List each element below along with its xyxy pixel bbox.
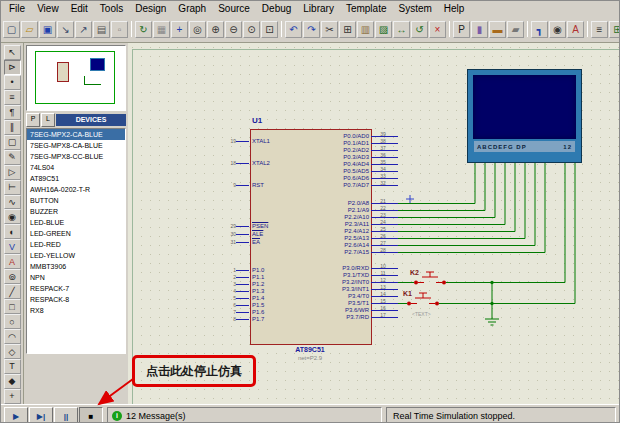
redo-icon[interactable]: ↷ <box>303 21 320 38</box>
tape-recorder-icon[interactable]: ◉ <box>4 209 21 224</box>
chip-pin[interactable]: 7 P1.6 <box>224 309 264 316</box>
selection-pointer-icon[interactable]: ↖ <box>4 45 21 60</box>
chip-pin[interactable]: 8 P1.7 <box>224 316 264 323</box>
chip-pin[interactable]: P3.7/RD 17 <box>315 314 396 321</box>
menu-item[interactable]: Help <box>438 2 471 15</box>
device-list-item[interactable]: 7SEG-MPX8-CA-BLUE <box>27 140 125 151</box>
origin-icon[interactable]: + <box>171 21 188 38</box>
menu-item[interactable]: Template <box>340 2 393 15</box>
menu-item[interactable]: System <box>392 2 437 15</box>
chip-pin[interactable]: 6 P1.5 <box>224 302 264 309</box>
device-list-item[interactable]: MMBT3906 <box>27 261 125 272</box>
property-assignment-icon[interactable]: A <box>567 21 584 38</box>
export-section-icon[interactable]: ↗ <box>75 21 92 38</box>
block-rotate-icon[interactable]: ↺ <box>411 21 428 38</box>
make-device-icon[interactable]: ▮ <box>471 21 488 38</box>
subcircuit-icon[interactable]: ▢ <box>4 135 21 150</box>
menu-item[interactable]: Design <box>129 2 172 15</box>
device-pins-icon[interactable]: ⊢ <box>4 180 21 195</box>
open-design-icon[interactable]: ▱ <box>21 21 38 38</box>
undo-icon[interactable]: ↶ <box>285 21 302 38</box>
message-panel[interactable]: i 12 Message(s) <box>107 407 382 423</box>
menu-item[interactable]: File <box>3 2 31 15</box>
pause-button[interactable]: || <box>54 407 78 423</box>
seven-seg-display[interactable]: ABCDEFG DP 12 <box>467 69 582 163</box>
chip-pin[interactable]: 29 PSEN <box>224 223 268 230</box>
virtual-instruments-icon[interactable]: ⊚ <box>4 269 21 284</box>
symbol-icon[interactable]: ◆ <box>4 374 21 389</box>
chip-pin[interactable]: P2.7/A15 28 <box>315 249 396 256</box>
device-list-item[interactable]: LED-BLUE <box>27 217 125 228</box>
block-delete-icon[interactable]: × <box>429 21 446 38</box>
print-icon[interactable]: ▤ <box>93 21 110 38</box>
wire-label-icon[interactable]: ≡ <box>4 90 21 105</box>
menu-item[interactable]: Debug <box>256 2 297 15</box>
line-icon[interactable]: ╱ <box>4 284 21 299</box>
buses-icon[interactable]: ∥ <box>4 120 21 135</box>
grid-icon[interactable]: ▦ <box>153 21 170 38</box>
pan-icon[interactable]: ◎ <box>189 21 206 38</box>
packaging-tool-icon[interactable]: ▬ <box>489 21 506 38</box>
pick-parts-icon[interactable]: P <box>453 21 470 38</box>
menu-item[interactable]: Tools <box>94 2 129 15</box>
device-list-item[interactable]: RESPACK-8 <box>27 294 125 305</box>
wire-autorouter-icon[interactable]: ┓ <box>531 21 548 38</box>
chip-pin[interactable]: 31 EA <box>224 239 268 246</box>
zoom-all-icon[interactable]: ⊙ <box>243 21 260 38</box>
device-list-item[interactable]: 7SEG-MPX8-CC-BLUE <box>27 151 125 162</box>
text-icon[interactable]: T <box>4 359 21 374</box>
block-move-icon[interactable]: ↔ <box>393 21 410 38</box>
overview-preview-pane[interactable] <box>26 45 126 111</box>
instant-edit-icon[interactable]: ✎ <box>4 150 21 165</box>
block-copy-icon[interactable]: ▨ <box>375 21 392 38</box>
play-button[interactable]: ▶ <box>4 407 28 423</box>
design-explorer-icon[interactable]: ≡ <box>591 21 608 38</box>
chip-pin[interactable]: P0.7/AD7 32 <box>315 182 396 189</box>
schematic-canvas[interactable]: K2 K1 U1 AT89C51 net=P2.9 <box>128 43 619 404</box>
chip-pin[interactable]: 5 P1.4 <box>224 295 264 302</box>
chip-pin[interactable]: 4 P1.3 <box>224 288 264 295</box>
device-list-item[interactable]: LED-GREEN <box>27 228 125 239</box>
device-list-item[interactable]: 74LS04 <box>27 162 125 173</box>
mark-output-area-icon[interactable]: ▫ <box>111 21 128 38</box>
step-button[interactable]: ▶| <box>29 407 53 423</box>
device-list-item[interactable]: BUZZER <box>27 206 125 217</box>
chip-pin[interactable]: 1 P1.0 <box>224 267 264 274</box>
text-script-icon[interactable]: ¶ <box>4 105 21 120</box>
paste-icon[interactable]: ▥ <box>357 21 374 38</box>
push-button-k1[interactable]: K1 <box>403 290 439 306</box>
voltage-probe-icon[interactable]: V <box>4 239 21 254</box>
zoom-in-icon[interactable]: ⊕ <box>207 21 224 38</box>
device-list-item[interactable]: AWH16A-0202-T-R <box>27 184 125 195</box>
menu-item[interactable]: Source <box>212 2 256 15</box>
device-list-item[interactable]: LED-RED <box>27 239 125 250</box>
device-list-item[interactable]: RX8 <box>27 305 125 316</box>
junction-dot-icon[interactable]: • <box>4 75 21 90</box>
chip-pin[interactable]: 9 RST <box>224 182 270 189</box>
path-icon[interactable]: ◇ <box>4 344 21 359</box>
menu-item[interactable]: Edit <box>65 2 94 15</box>
ground-symbol[interactable] <box>485 319 499 325</box>
device-list-item[interactable]: LED-YELLOW <box>27 250 125 261</box>
chip-pin[interactable]: 18 XTAL2 <box>224 160 270 167</box>
menu-item[interactable]: Graph <box>172 2 212 15</box>
component-mode-icon[interactable]: ⊳ <box>4 60 21 75</box>
library-button[interactable]: L <box>41 113 55 127</box>
device-list-item[interactable]: BUTTON <box>27 195 125 206</box>
decompose-icon[interactable]: ▰ <box>507 21 524 38</box>
menu-item[interactable]: View <box>31 2 65 15</box>
chip-pin[interactable]: 3 P1.2 <box>224 281 264 288</box>
generator-icon[interactable]: ◐ <box>4 224 21 239</box>
cut-icon[interactable]: ✂ <box>321 21 338 38</box>
import-section-icon[interactable]: ↘ <box>57 21 74 38</box>
net-wires[interactable] <box>398 163 575 319</box>
arc-icon[interactable]: ◠ <box>4 329 21 344</box>
device-list-item[interactable]: 7SEG-MPX2-CA-BLUE <box>27 129 125 140</box>
push-button-k2[interactable]: K2 <box>410 269 446 285</box>
device-list-item[interactable]: NPN <box>27 272 125 283</box>
new-sheet-icon[interactable]: ⊞ <box>609 21 620 38</box>
chip-pin[interactable]: 19 XTAL1 <box>224 138 270 145</box>
box-icon[interactable]: □ <box>4 299 21 314</box>
pick-device-button[interactable]: P <box>26 113 40 127</box>
graph-mode-icon[interactable]: ∿ <box>4 195 21 210</box>
